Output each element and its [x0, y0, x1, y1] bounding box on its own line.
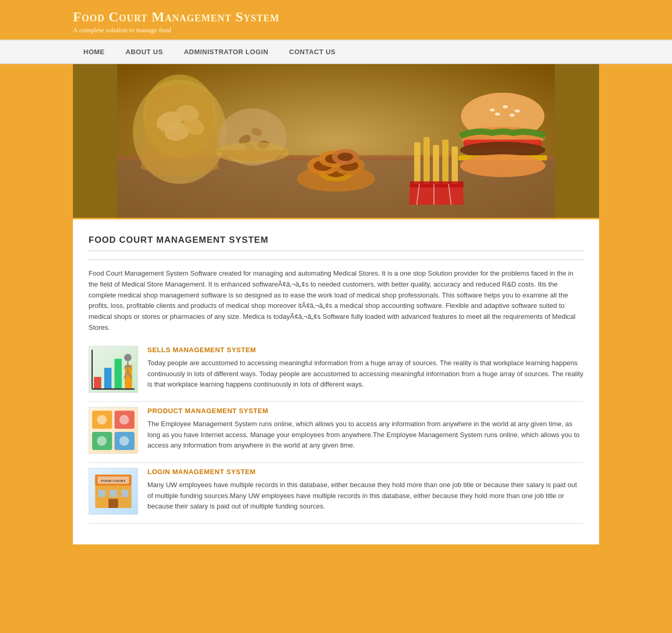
svg-rect-48 — [104, 368, 111, 389]
svg-point-46 — [460, 154, 545, 177]
svg-rect-29 — [442, 140, 449, 184]
feature-login-desc: Many UW employees have multiple records … — [147, 480, 583, 512]
feature-sells-image — [89, 346, 138, 393]
sells-icon — [89, 346, 138, 392]
login-icon: FOOD COURT — [89, 468, 138, 514]
site-tagline: A complete solution to manage food — [73, 26, 599, 34]
svg-rect-71 — [121, 490, 129, 497]
section-heading: FOOD COURT MANAGEMENT SYSTEM — [89, 235, 583, 251]
sells-img-visual — [89, 346, 138, 392]
site-header: Food Court Management System A complete … — [0, 0, 672, 40]
svg-rect-49 — [115, 358, 122, 389]
svg-point-40 — [495, 113, 500, 116]
feature-product-text: PRODUCT MANAGEMENT SYSTEM The Employee M… — [147, 407, 583, 451]
svg-point-38 — [503, 105, 508, 108]
hero-image — [73, 64, 599, 218]
intro-paragraph: Food Court Management System Software cr… — [89, 268, 583, 333]
feature-product-image — [89, 407, 138, 454]
nav-item-contact[interactable]: CONTACT US — [279, 41, 346, 63]
feature-sells: SELLS MANAGEMENT SYSTEM Today people are… — [89, 346, 583, 402]
svg-rect-27 — [424, 137, 430, 184]
svg-point-25 — [338, 153, 353, 161]
hero-svg — [73, 64, 599, 218]
feature-sells-title: SELLS MANAGEMENT SYSTEM — [147, 346, 583, 354]
feature-sells-text: SELLS MANAGEMENT SYSTEM Today people are… — [147, 346, 583, 390]
nav-item-home[interactable]: HOME — [73, 41, 115, 63]
svg-point-37 — [490, 108, 495, 111]
svg-point-66 — [119, 436, 129, 446]
feature-login-title: LOGIN MANAGEMENT SYSTEM — [147, 468, 583, 476]
svg-rect-30 — [452, 146, 458, 184]
svg-rect-26 — [414, 142, 420, 184]
feature-login-image: FOOD COURT — [89, 468, 138, 515]
navigation: HOMEABOUT USADMINISTRATOR LOGINCONTACT U… — [0, 40, 672, 64]
svg-rect-28 — [433, 145, 439, 184]
svg-point-41 — [509, 114, 515, 117]
svg-rect-70 — [110, 490, 117, 497]
svg-point-53 — [124, 354, 131, 361]
product-icon — [89, 407, 138, 453]
feature-login-text: LOGIN MANAGEMENT SYSTEM Many UW employee… — [147, 468, 583, 512]
svg-text:FOOD COURT: FOOD COURT — [101, 479, 126, 483]
svg-rect-72 — [108, 499, 118, 507]
footer-space — [0, 544, 672, 576]
svg-point-64 — [119, 415, 129, 425]
product-img-visual — [89, 407, 138, 453]
feature-product-title: PRODUCT MANAGEMENT SYSTEM — [147, 407, 583, 415]
feature-login: FOOD COURT LOGIN MANAGEMENT SYSTEM Many … — [89, 468, 583, 524]
main-content: FOOD COURT MANAGEMENT SYSTEM Food Court … — [73, 218, 599, 544]
svg-rect-47 — [94, 377, 101, 389]
svg-point-39 — [515, 109, 520, 113]
svg-rect-31 — [410, 181, 464, 188]
login-img-visual: FOOD COURT — [89, 468, 138, 514]
svg-rect-69 — [98, 490, 105, 497]
svg-point-63 — [97, 415, 107, 425]
nav-item-about[interactable]: ABOUT US — [115, 41, 173, 63]
site-title: Food Court Management System — [73, 9, 599, 25]
svg-point-65 — [97, 436, 107, 446]
nav-item-admin-login[interactable]: ADMINISTRATOR LOGIN — [173, 41, 279, 63]
feature-product: PRODUCT MANAGEMENT SYSTEM The Employee M… — [89, 407, 583, 463]
feature-sells-desc: Today people are accustomed to accessing… — [147, 358, 583, 390]
hero-section — [73, 64, 599, 218]
feature-product-desc: The Employee Management System runs onli… — [147, 419, 583, 451]
